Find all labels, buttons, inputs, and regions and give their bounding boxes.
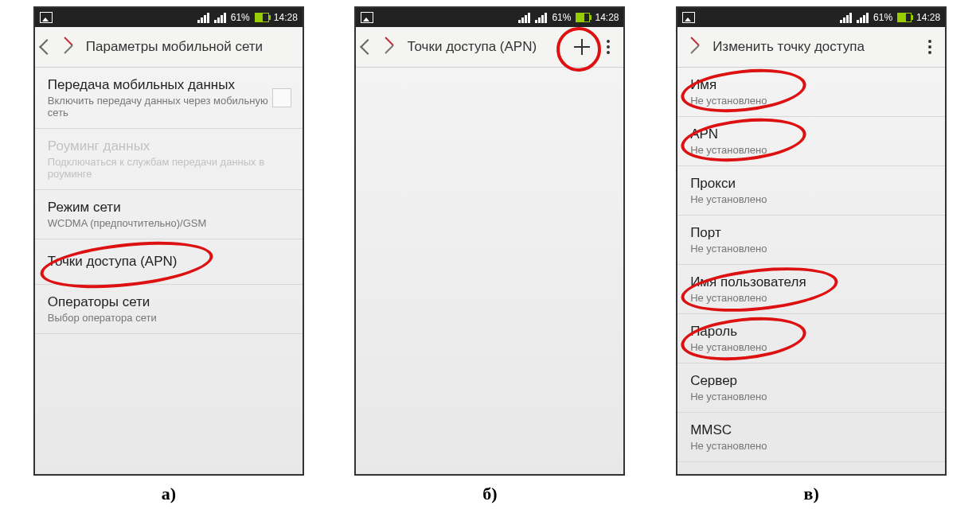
- battery-text: 61%: [552, 12, 571, 23]
- page-title: Параметры мобильной сети: [86, 39, 296, 55]
- screenshot-icon: [361, 12, 373, 23]
- list-item-password[interactable]: Пароль Не установлено: [677, 314, 945, 363]
- phone-c: 61% 14:28 Изменить точку доступа Имя Не …: [676, 6, 947, 476]
- signal-icon: [840, 13, 852, 23]
- battery-text: 61%: [231, 12, 250, 23]
- screenshot-icon: [682, 12, 695, 23]
- settings-list: Передача мобильных данных Включить перед…: [35, 68, 303, 475]
- phone-b: 61% 14:28 Точки доступа (APN): [354, 6, 625, 476]
- settings-icon: [61, 38, 78, 56]
- settings-icon: [687, 38, 705, 56]
- list-item-username[interactable]: Имя пользователя Не установлено: [677, 265, 945, 314]
- list-item-network-mode[interactable]: Режим сети WCDMA (предпочтительно)/GSM: [35, 190, 303, 239]
- battery-icon: [897, 13, 912, 22]
- page-title: Изменить точку доступа: [713, 39, 918, 55]
- list-item-port[interactable]: Порт Не установлено: [677, 216, 945, 265]
- clock-text: 14:28: [595, 12, 619, 23]
- page-title: Точки доступа (APN): [407, 39, 566, 55]
- back-icon[interactable]: [39, 39, 55, 55]
- list-item-proxy[interactable]: Прокси Не установлено: [677, 166, 945, 216]
- caption-a: a): [162, 484, 176, 504]
- screenshot-icon: [40, 12, 53, 23]
- signal-icon: [535, 13, 547, 23]
- actionbar: Параметры мобильной сети: [35, 27, 303, 68]
- battery-text: 61%: [873, 12, 892, 23]
- caption-c: в): [804, 484, 819, 504]
- statusbar: 61% 14:28: [356, 8, 623, 27]
- signal-icon: [857, 13, 869, 23]
- clock-text: 14:28: [916, 12, 940, 23]
- battery-icon: [576, 13, 590, 22]
- list-item-name[interactable]: Имя Не установлено: [677, 68, 945, 117]
- actionbar: Изменить точку доступа: [677, 27, 945, 68]
- settings-icon: [381, 38, 399, 56]
- overflow-menu-button[interactable]: [926, 37, 934, 56]
- list-item-operators[interactable]: Операторы сети Выбор оператора сети: [35, 285, 303, 334]
- overflow-menu-button[interactable]: [604, 37, 612, 56]
- apn-edit-list: Имя Не установлено APN Не установлено Пр…: [677, 68, 945, 475]
- clock-text: 14:28: [274, 12, 298, 23]
- signal-icon: [214, 13, 226, 23]
- phone-a: 61% 14:28 Параметры мобильной сети Перед…: [33, 6, 304, 476]
- list-item-apn[interactable]: APN Не установлено: [677, 117, 945, 166]
- statusbar: 61% 14:28: [677, 8, 945, 27]
- signal-icon: [197, 13, 209, 23]
- statusbar: 61% 14:28: [35, 8, 303, 27]
- caption-b: б): [482, 484, 497, 504]
- list-item-roaming: Роуминг данных Подключаться к службам пе…: [35, 129, 303, 190]
- list-item-server[interactable]: Сервер Не установлено: [677, 363, 945, 413]
- checkbox[interactable]: [272, 88, 291, 107]
- actionbar: Точки доступа (APN): [356, 27, 623, 68]
- battery-icon: [255, 13, 269, 22]
- list-item-apn[interactable]: Точки доступа (APN): [35, 239, 303, 285]
- add-apn-button[interactable]: [574, 39, 590, 55]
- list-item-mobile-data[interactable]: Передача мобильных данных Включить перед…: [35, 68, 303, 129]
- signal-icon: [518, 13, 530, 23]
- list-item-mmsc[interactable]: MMSC Не установлено: [677, 413, 945, 462]
- back-icon[interactable]: [361, 39, 377, 55]
- apn-list-empty: [356, 68, 623, 475]
